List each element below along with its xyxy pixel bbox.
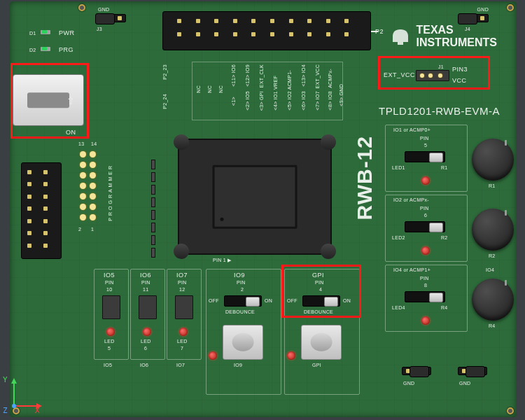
ch-pin: PIN: [420, 276, 429, 281]
io-name: IO7: [176, 272, 188, 279]
brand-line: INSTRUMENTS: [416, 36, 497, 49]
resistor-col: [151, 160, 155, 258]
led-green-icon: [42, 30, 47, 34]
jumper-j4[interactable]: [459, 14, 489, 22]
ch-title: IO2 or ACMPx-: [393, 197, 429, 202]
col-label: <7> IO7: [315, 91, 320, 110]
lever-icon[interactable]: [321, 244, 336, 259]
axis-y: Y: [3, 375, 8, 384]
lever-icon[interactable]: [321, 134, 336, 150]
prg-label: PRG: [59, 46, 74, 53]
r-knob: R4: [489, 323, 496, 328]
highlight-vcc-jumper: [378, 56, 490, 90]
r-knob: R1: [489, 183, 496, 188]
gnd-label: GND: [403, 381, 414, 386]
bottom-label: IO6: [140, 363, 148, 368]
col-label: <9> GND: [339, 84, 344, 106]
io-pin: PIN: [178, 280, 187, 285]
zif-socket[interactable]: [178, 139, 332, 255]
col-label: NC: [196, 85, 201, 93]
col-label: <11> IO6: [231, 64, 236, 87]
svg-marker-1: [11, 378, 17, 384]
idc-header-p2[interactable]: [162, 11, 371, 50]
jumper-j3[interactable]: [97, 14, 126, 22]
led-red-icon: [143, 328, 151, 336]
lever-icon[interactable]: [174, 244, 189, 259]
gnd-label: GND: [98, 7, 109, 12]
ti-logo: TEXAS INSTRUMENTS: [391, 24, 497, 49]
highlight-power-switch: [10, 63, 89, 139]
row-label: P2_23: [162, 64, 167, 80]
bottom-label: IO7: [176, 363, 185, 368]
pot-r1[interactable]: [472, 139, 514, 181]
col-label: EXT_CLK: [259, 64, 264, 88]
col-label: VREF: [273, 76, 278, 90]
pin1-marker: PIN 1 ▶: [213, 258, 232, 263]
pot-r4[interactable]: [472, 279, 514, 321]
gold-pins: [80, 151, 86, 220]
push-button-gpi[interactable]: [301, 325, 342, 360]
r-label: R2: [441, 235, 448, 240]
io1-switch[interactable]: [405, 151, 445, 162]
ch-num: 6: [424, 213, 427, 218]
gnd-label: GND: [477, 7, 489, 12]
jumper-j10[interactable]: [458, 367, 487, 375]
programmer-label: PROGRAMMER: [108, 164, 113, 221]
pwr-label: PWR: [59, 29, 75, 36]
col-label: ACMPx-: [328, 69, 332, 88]
led-num: 5: [108, 346, 111, 351]
io4-switch[interactable]: [405, 291, 445, 302]
hole-icon: [507, 407, 514, 414]
led-label: LED: [177, 339, 188, 344]
r-knob: R2: [489, 253, 496, 258]
led-num: 6: [144, 346, 147, 351]
led-num: 7: [181, 346, 183, 351]
col-label: <1>: [231, 97, 236, 106]
io2-switch[interactable]: [405, 221, 445, 232]
bottom-label: GPI: [312, 363, 321, 368]
col-label: EXT_VCC: [315, 64, 320, 88]
num1: 1: [91, 227, 94, 232]
num13: 13: [78, 141, 84, 146]
led-label: LED: [141, 339, 151, 344]
db-label: DEBOUNCE: [225, 309, 255, 314]
push-button-io9[interactable]: [223, 325, 263, 360]
bottom-label: IO9: [234, 363, 242, 368]
hole-icon: [507, 4, 514, 11]
tp[interactable]: [139, 295, 157, 319]
led-label: LED2: [392, 235, 405, 240]
num14: 14: [91, 141, 97, 146]
r-label: R4: [441, 305, 448, 310]
io-pin: PIN: [141, 280, 150, 285]
led-green-icon: [42, 47, 47, 50]
bottom-label: IO5: [104, 363, 112, 368]
tp[interactable]: [102, 295, 120, 319]
d2-des: D2: [29, 48, 36, 52]
pot-r2[interactable]: [472, 209, 514, 251]
led-red-icon: [287, 351, 295, 360]
pin-table: [192, 62, 343, 120]
programmer-port[interactable]: [21, 162, 62, 259]
arrow-icon: [371, 31, 378, 32]
col-label: <4> IO1: [273, 91, 278, 110]
ch-num: 5: [424, 143, 427, 148]
axis-z: Z: [3, 406, 8, 415]
led-red-icon: [106, 328, 115, 336]
io-name: IO5: [104, 272, 115, 279]
col-label: <8> IO8: [328, 91, 332, 110]
j3-des: J3: [97, 27, 102, 31]
led-red-icon: [179, 328, 188, 336]
d1-des: D1: [29, 31, 36, 36]
brand-line: TEXAS: [416, 24, 497, 36]
row-label: P2_24: [162, 94, 167, 109]
debounce-switch-io9[interactable]: [224, 295, 262, 307]
lever-icon[interactable]: [174, 134, 189, 150]
jumper-j4[interactable]: [402, 367, 431, 375]
led-red-icon: [209, 351, 217, 360]
col-label: NC: [207, 85, 212, 93]
io4-extra: IO4: [486, 267, 494, 272]
tp[interactable]: [175, 295, 193, 319]
io-pinnum: 10: [106, 287, 112, 292]
col-label: <2> IO5: [245, 91, 250, 110]
led-label: LED4: [392, 305, 405, 310]
